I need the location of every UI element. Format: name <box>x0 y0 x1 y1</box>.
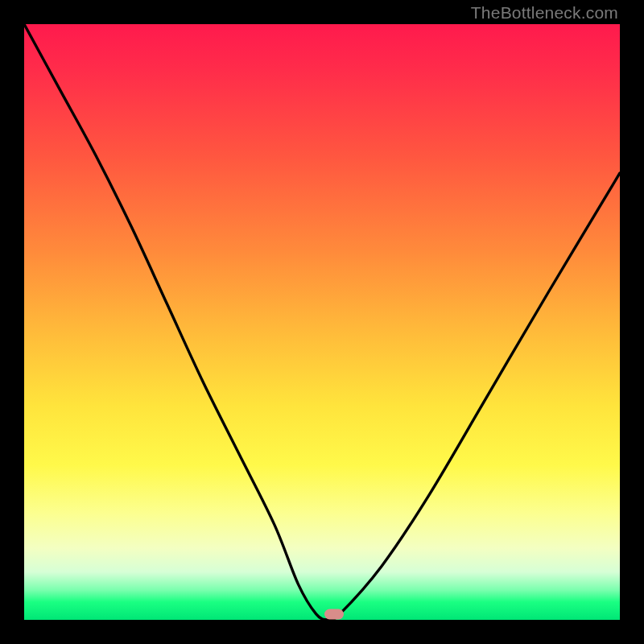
chart-frame: TheBottleneck.com <box>0 0 644 644</box>
plot-area <box>24 24 620 620</box>
optimal-marker-icon <box>324 609 344 619</box>
bottleneck-curve <box>24 24 620 620</box>
watermark-text: TheBottleneck.com <box>471 3 618 23</box>
